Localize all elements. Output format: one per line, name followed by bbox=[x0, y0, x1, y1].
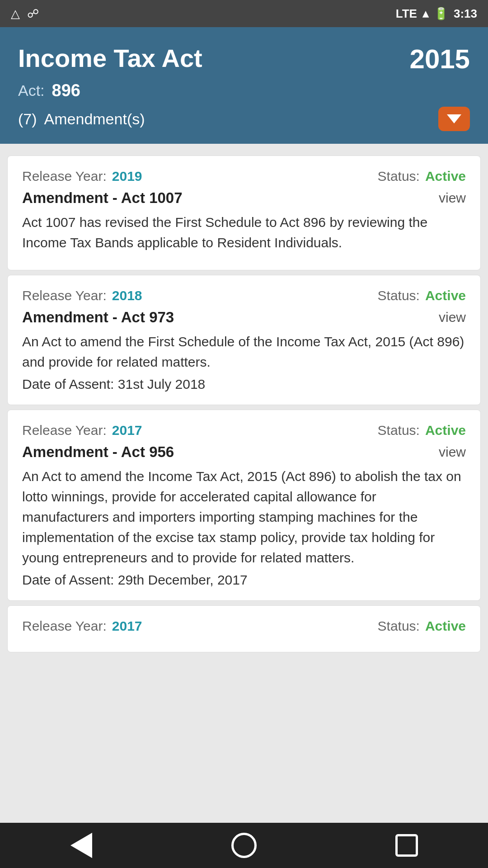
amendment-card-1: Release Year: 2018 Status: Active Amendm… bbox=[7, 275, 481, 405]
release-year-row-0: Release Year: 2019 bbox=[22, 169, 142, 184]
status-bar-right: LTE ▴ 🔋 3:13 bbox=[396, 7, 477, 21]
header: Income Tax Act 2015 Act: 896 (7) Amendme… bbox=[0, 27, 488, 144]
status-bar-left: △ ☍ bbox=[11, 7, 39, 21]
amendment-desc-1: An Act to amend the First Schedule of th… bbox=[22, 331, 466, 372]
back-icon bbox=[70, 833, 92, 858]
view-link-2[interactable]: view bbox=[439, 444, 466, 460]
assent-date-1: Date of Assent: 31st July 2018 bbox=[22, 377, 466, 392]
header-top: Income Tax Act 2015 bbox=[18, 43, 470, 75]
card-top-row-0: Release Year: 2019 Status: Active bbox=[22, 169, 466, 184]
release-year-row-2: Release Year: 2017 bbox=[22, 423, 142, 438]
amendment-title-1: Amendment - Act 973 bbox=[22, 309, 174, 326]
status-label-1: Status: bbox=[378, 288, 420, 303]
status-label-3: Status: bbox=[378, 618, 420, 634]
view-link-1[interactable]: view bbox=[439, 310, 466, 325]
amendment-card-0: Release Year: 2019 Status: Active Amendm… bbox=[7, 156, 481, 270]
status-row-3: Status: Active bbox=[378, 618, 466, 634]
release-label-1: Release Year: bbox=[22, 288, 107, 303]
amendment-desc-2: An Act to amend the Income Tax Act, 2015… bbox=[22, 466, 466, 568]
amendments-list: Release Year: 2019 Status: Active Amendm… bbox=[0, 144, 488, 664]
recent-apps-icon bbox=[395, 834, 418, 857]
home-icon bbox=[231, 833, 257, 858]
amendments-text: (7) Amendment(s) bbox=[18, 110, 145, 128]
release-label-3: Release Year: bbox=[22, 618, 107, 634]
card-top-row-3: Release Year: 2017 Status: Active bbox=[22, 618, 466, 634]
back-button[interactable] bbox=[63, 827, 99, 863]
time-display: 3:13 bbox=[454, 7, 477, 21]
notification-icon: ☍ bbox=[27, 7, 39, 21]
home-button[interactable] bbox=[226, 827, 262, 863]
amendment-title-row-2: Amendment - Act 956 view bbox=[22, 443, 466, 461]
release-label-0: Release Year: bbox=[22, 169, 107, 184]
status-label-0: Status: bbox=[378, 169, 420, 184]
recent-apps-button[interactable] bbox=[389, 827, 425, 863]
header-amendments: (7) Amendment(s) bbox=[18, 107, 470, 131]
header-act: Act: 896 bbox=[18, 81, 470, 100]
status-bar: △ ☍ LTE ▴ 🔋 3:13 bbox=[0, 0, 488, 27]
amendment-title-row-1: Amendment - Act 973 view bbox=[22, 309, 466, 326]
amendment-title-2: Amendment - Act 956 bbox=[22, 443, 174, 461]
signal-icon: ▴ bbox=[422, 7, 428, 21]
view-link-0[interactable]: view bbox=[439, 190, 466, 206]
amendment-title-row-0: Amendment - Act 1007 view bbox=[22, 189, 466, 207]
lte-icon: LTE bbox=[396, 7, 417, 21]
header-title: Income Tax Act bbox=[18, 43, 202, 73]
release-year-1: 2018 bbox=[112, 288, 142, 303]
release-label-2: Release Year: bbox=[22, 423, 107, 438]
amendment-card-2: Release Year: 2017 Status: Active Amendm… bbox=[7, 410, 481, 601]
bottom-nav bbox=[0, 823, 488, 868]
status-label-2: Status: bbox=[378, 423, 420, 438]
status-value-2: Active bbox=[425, 423, 466, 438]
status-row-1: Status: Active bbox=[378, 288, 466, 303]
amendment-desc-0: Act 1007 has revised the First Schedule … bbox=[22, 212, 466, 253]
status-row-0: Status: Active bbox=[378, 169, 466, 184]
release-year-0: 2019 bbox=[112, 169, 142, 184]
amendments-dropdown-button[interactable] bbox=[438, 107, 470, 131]
release-year-row-1: Release Year: 2018 bbox=[22, 288, 142, 303]
amendments-label: Amendment(s) bbox=[44, 110, 145, 128]
warning-icon: △ bbox=[11, 7, 20, 21]
act-number: 896 bbox=[52, 81, 80, 100]
card-top-row-2: Release Year: 2017 Status: Active bbox=[22, 423, 466, 438]
status-value-0: Active bbox=[425, 169, 466, 184]
svg-marker-0 bbox=[447, 114, 461, 123]
release-year-3: 2017 bbox=[112, 618, 142, 634]
amendments-count: (7) bbox=[18, 110, 37, 128]
status-value-3: Active bbox=[425, 618, 466, 634]
amendment-card-3: Release Year: 2017 Status: Active bbox=[7, 605, 481, 652]
header-year: 2015 bbox=[410, 43, 470, 75]
amendment-title-0: Amendment - Act 1007 bbox=[22, 189, 183, 207]
status-row-2: Status: Active bbox=[378, 423, 466, 438]
chevron-down-icon bbox=[446, 113, 462, 124]
status-value-1: Active bbox=[425, 288, 466, 303]
act-label: Act: bbox=[18, 82, 45, 99]
release-year-2: 2017 bbox=[112, 423, 142, 438]
card-top-row-1: Release Year: 2018 Status: Active bbox=[22, 288, 466, 303]
battery-icon: 🔋 bbox=[434, 7, 448, 21]
assent-date-2: Date of Assent: 29th December, 2017 bbox=[22, 572, 466, 588]
release-year-row-3: Release Year: 2017 bbox=[22, 618, 142, 634]
